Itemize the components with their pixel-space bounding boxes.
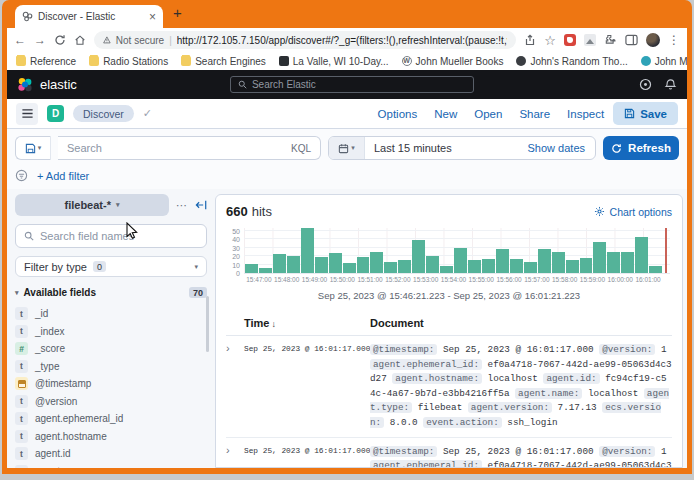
field-item[interactable]: t_type xyxy=(15,358,207,376)
chart-options-button[interactable]: Chart options xyxy=(594,206,672,218)
histogram-bar[interactable] xyxy=(370,252,383,273)
expand-row-icon[interactable]: › xyxy=(226,343,244,354)
histogram-bar[interactable] xyxy=(580,258,593,273)
action-options[interactable]: Options xyxy=(378,108,418,120)
filter-by-type-select[interactable]: Filter by type 0 ▾ xyxy=(15,256,207,277)
time-range-picker[interactable]: ▾ Last 15 minutes Show dates xyxy=(328,136,596,160)
calendar-menu-button[interactable]: ▾ xyxy=(329,137,365,159)
saved-query-menu-button[interactable]: ▾ xyxy=(15,136,51,160)
time-column-header[interactable]: Time↓ xyxy=(244,317,370,329)
histogram-bar[interactable] xyxy=(301,228,314,273)
share-icon[interactable] xyxy=(524,34,536,46)
save-button[interactable]: Save xyxy=(613,102,678,125)
histogram-bar[interactable] xyxy=(273,254,286,273)
new-tab-button[interactable]: + xyxy=(173,4,182,21)
table-row[interactable]: ›Sep 25, 2023 @ 16:01:17.000@timestamp: … xyxy=(226,438,672,468)
table-row[interactable]: ›Sep 25, 2023 @ 16:01:17.000@timestamp: … xyxy=(226,336,672,438)
histogram-plot-area[interactable] xyxy=(244,228,670,274)
extensions-puzzle-icon[interactable] xyxy=(604,34,617,47)
help-icon[interactable] xyxy=(639,78,652,91)
action-open[interactable]: Open xyxy=(474,108,502,120)
bookmark-item[interactable]: Radio Stations xyxy=(89,56,168,67)
histogram-bar[interactable] xyxy=(454,248,467,273)
forward-icon[interactable]: → xyxy=(34,34,46,46)
action-new[interactable]: New xyxy=(434,108,457,120)
bookmark-item[interactable]: John Mueller Books... xyxy=(641,56,687,67)
histogram-bar[interactable] xyxy=(524,262,537,273)
sort-desc-icon[interactable]: ↓ xyxy=(271,319,276,329)
available-fields-header[interactable]: ▾ Available fields 70 xyxy=(15,287,207,298)
breadcrumb-discover[interactable]: Discover xyxy=(73,105,134,122)
field-item[interactable]: t_index xyxy=(15,323,207,341)
side-panel-icon[interactable] xyxy=(625,34,638,46)
histogram-bar[interactable] xyxy=(566,260,579,273)
bookmark-item[interactable]: John's Random Tho... xyxy=(516,56,627,67)
field-search-input[interactable]: Search field names xyxy=(15,224,207,248)
back-icon[interactable]: ← xyxy=(14,34,26,46)
extension-gray-icon[interactable] xyxy=(584,34,596,46)
tab-close-icon[interactable]: × xyxy=(149,11,156,23)
refresh-button[interactable]: Refresh xyxy=(603,136,679,160)
profile-avatar[interactable] xyxy=(646,33,660,47)
nav-menu-icon[interactable] xyxy=(16,103,38,125)
histogram-bar[interactable] xyxy=(607,252,620,273)
global-search-input[interactable]: Search Elastic xyxy=(230,76,474,93)
document-column-header[interactable]: Document xyxy=(370,317,424,329)
field-item[interactable]: t_id xyxy=(15,305,207,323)
field-item[interactable]: tagent.id xyxy=(15,445,207,463)
browser-tab[interactable]: Discover - Elastic × xyxy=(15,5,163,28)
histogram-bar[interactable] xyxy=(635,237,648,273)
address-bar[interactable]: Not secure | http://172.105.7.150/app/di… xyxy=(94,31,516,49)
histogram-bar[interactable] xyxy=(329,253,342,273)
histogram-bar[interactable] xyxy=(621,252,634,273)
action-share[interactable]: Share xyxy=(519,108,550,120)
histogram-bar[interactable] xyxy=(649,266,662,273)
reload-icon[interactable] xyxy=(54,34,66,46)
field-item[interactable]: #_score xyxy=(15,340,207,358)
extension-red-icon[interactable] xyxy=(564,34,576,46)
field-item[interactable]: tagent.ephemeral_id xyxy=(15,410,207,428)
histogram-bar[interactable] xyxy=(259,268,272,273)
index-pattern-select[interactable]: filebeat-* ▾ xyxy=(15,194,169,216)
collapse-sidebar-icon[interactable] xyxy=(195,199,207,211)
bookmark-item[interactable]: Search Engines xyxy=(181,56,266,67)
histogram-bar[interactable] xyxy=(538,249,551,273)
show-dates-button[interactable]: Show dates xyxy=(518,142,595,154)
index-options-icon[interactable]: ⋯ xyxy=(176,199,188,212)
action-inspect[interactable]: Inspect xyxy=(567,108,604,120)
kql-search-input[interactable]: Search KQL xyxy=(58,136,321,160)
add-filter-button[interactable]: + Add filter xyxy=(37,170,89,182)
histogram-bar[interactable] xyxy=(468,260,481,273)
bookmark-item[interactable]: WJohn Mueller Books xyxy=(402,56,504,67)
space-badge[interactable]: D xyxy=(47,105,64,122)
histogram-bar[interactable] xyxy=(287,256,300,273)
filter-sets-icon[interactable] xyxy=(15,169,28,182)
bookmark-star-icon[interactable]: ☆ xyxy=(544,34,556,47)
field-item[interactable]: tagent.hostname xyxy=(15,428,207,446)
histogram-bar[interactable] xyxy=(496,249,509,273)
histogram-bar[interactable] xyxy=(440,266,453,273)
sidebar-scrollbar[interactable] xyxy=(206,296,209,352)
histogram-bar[interactable] xyxy=(510,259,523,273)
kql-label[interactable]: KQL xyxy=(291,143,311,154)
expand-row-icon[interactable]: › xyxy=(226,445,244,456)
histogram-bar[interactable] xyxy=(426,256,439,273)
histogram-bar[interactable] xyxy=(357,257,370,273)
histogram-bar[interactable] xyxy=(245,264,258,273)
field-item[interactable]: t@version xyxy=(15,393,207,411)
histogram-bar[interactable] xyxy=(482,259,495,273)
histogram-bar[interactable] xyxy=(343,263,356,273)
notifications-bell-icon[interactable] xyxy=(664,78,677,91)
histogram-bar[interactable] xyxy=(315,257,328,273)
time-range-value[interactable]: Last 15 minutes xyxy=(365,142,461,154)
histogram-bar[interactable] xyxy=(593,242,606,273)
histogram-bar[interactable] xyxy=(384,262,397,273)
menu-kebab-icon[interactable]: ⋮ xyxy=(668,34,680,46)
field-item[interactable]: tagent.name xyxy=(15,463,207,469)
bookmark-item[interactable]: Reference xyxy=(16,56,76,67)
field-item[interactable]: @timestamp xyxy=(15,375,207,393)
histogram-bar[interactable] xyxy=(412,240,425,273)
home-icon[interactable] xyxy=(74,34,86,46)
histogram-bar[interactable] xyxy=(552,252,565,273)
bookmark-item[interactable]: La Valle, WI 10-Day... xyxy=(279,56,389,67)
